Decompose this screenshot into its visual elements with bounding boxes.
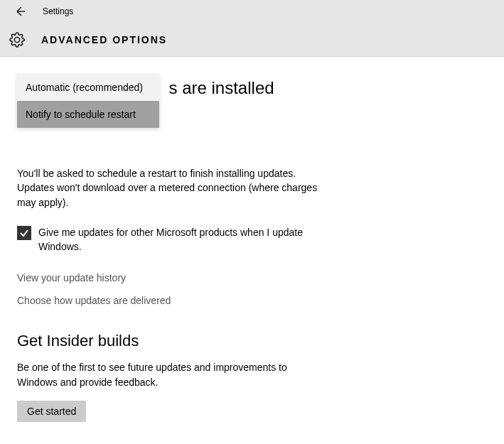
install-mode-description: You'll be asked to schedule a restart to… (17, 166, 330, 210)
dropdown-option-automatic[interactable]: Automatic (recommended) (17, 74, 159, 101)
titlebar-title: Settings (43, 6, 73, 16)
dropdown-option-notify[interactable]: Notify to schedule restart (17, 101, 159, 128)
arrow-left-icon (14, 6, 26, 17)
install-mode-dropdown[interactable]: Automatic (recommended) Notify to schedu… (17, 74, 159, 128)
titlebar: Settings (0, 0, 504, 23)
content: Choose how updates are installed Automat… (0, 57, 504, 439)
other-products-checkbox[interactable] (17, 226, 31, 240)
view-update-history-link[interactable]: View your update history (17, 272, 487, 283)
get-started-button[interactable]: Get started (17, 401, 86, 422)
insider-description: Be one of the first to see future update… (17, 360, 330, 389)
header: ADVANCED OPTIONS (0, 23, 504, 57)
page-header-title: ADVANCED OPTIONS (41, 34, 167, 45)
gear-icon (9, 31, 26, 48)
insider-heading: Get Insider builds (17, 332, 487, 350)
other-products-checkbox-label: Give me updates for other Microsoft prod… (38, 225, 337, 254)
page-heading-visible: s are installed (169, 78, 274, 97)
back-button[interactable] (9, 0, 31, 23)
choose-delivery-link[interactable]: Choose how updates are delivered (17, 295, 487, 306)
checkmark-icon (19, 228, 29, 238)
other-products-checkbox-row: Give me updates for other Microsoft prod… (17, 225, 372, 254)
